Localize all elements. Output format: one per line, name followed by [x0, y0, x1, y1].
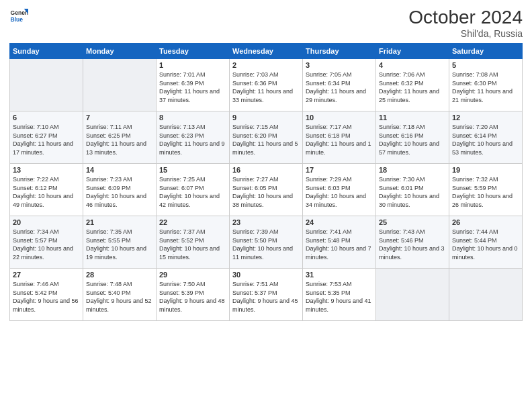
calendar-cell: 20Sunrise: 7:34 AM Sunset: 5:57 PM Dayli… — [10, 216, 83, 269]
day-number: 20 — [13, 218, 80, 226]
calendar-cell: 10Sunrise: 7:17 AM Sunset: 6:18 PM Dayli… — [303, 111, 376, 164]
calendar-cell: 29Sunrise: 7:50 AM Sunset: 5:39 PM Dayli… — [157, 269, 230, 321]
day-info: Sunrise: 7:51 AM Sunset: 5:37 PM Dayligh… — [232, 280, 300, 314]
weekday-header: Monday — [83, 44, 157, 59]
day-number: 3 — [306, 61, 373, 69]
day-info: Sunrise: 7:06 AM Sunset: 6:32 PM Dayligh… — [379, 71, 446, 104]
calendar-week-row: 6Sunrise: 7:10 AM Sunset: 6:27 PM Daylig… — [10, 111, 523, 164]
weekday-header: Thursday — [303, 44, 376, 59]
calendar-cell: 31Sunrise: 7:53 AM Sunset: 5:35 PM Dayli… — [303, 269, 376, 321]
calendar-cell: 17Sunrise: 7:29 AM Sunset: 6:03 PM Dayli… — [303, 164, 376, 216]
calendar-cell: 22Sunrise: 7:37 AM Sunset: 5:52 PM Dayli… — [157, 216, 230, 269]
calendar-cell: 13Sunrise: 7:22 AM Sunset: 6:12 PM Dayli… — [10, 164, 83, 216]
calendar-cell: 19Sunrise: 7:32 AM Sunset: 5:59 PM Dayli… — [449, 164, 523, 216]
calendar-cell — [83, 59, 157, 111]
day-number: 29 — [159, 271, 226, 279]
day-info: Sunrise: 7:10 AM Sunset: 6:27 PM Dayligh… — [13, 123, 80, 156]
day-info: Sunrise: 7:53 AM Sunset: 5:35 PM Dayligh… — [306, 280, 373, 314]
svg-text:Blue: Blue — [11, 16, 24, 23]
day-info: Sunrise: 7:13 AM Sunset: 6:23 PM Dayligh… — [159, 123, 226, 156]
calendar-cell — [449, 269, 523, 321]
day-number: 18 — [379, 166, 446, 174]
day-number: 6 — [13, 113, 80, 122]
day-number: 16 — [232, 166, 300, 174]
calendar-cell: 15Sunrise: 7:25 AM Sunset: 6:07 PM Dayli… — [157, 164, 230, 216]
calendar-header-row: SundayMondayTuesdayWednesdayThursdayFrid… — [10, 44, 523, 59]
day-number: 13 — [13, 166, 80, 174]
calendar-week-row: 13Sunrise: 7:22 AM Sunset: 6:12 PM Dayli… — [10, 164, 523, 216]
day-number: 30 — [232, 271, 300, 279]
day-info: Sunrise: 7:29 AM Sunset: 6:03 PM Dayligh… — [306, 175, 373, 209]
day-info: Sunrise: 7:44 AM Sunset: 5:44 PM Dayligh… — [452, 228, 519, 261]
day-number: 9 — [232, 113, 300, 122]
calendar-week-row: 20Sunrise: 7:34 AM Sunset: 5:57 PM Dayli… — [10, 216, 523, 269]
logo-icon: General Blue — [9, 7, 28, 26]
weekday-header: Sunday — [10, 44, 83, 59]
day-number: 31 — [306, 271, 373, 279]
calendar-week-row: 1Sunrise: 7:01 AM Sunset: 6:39 PM Daylig… — [10, 59, 523, 111]
day-info: Sunrise: 7:34 AM Sunset: 5:57 PM Dayligh… — [13, 228, 80, 261]
calendar-cell: 8Sunrise: 7:13 AM Sunset: 6:23 PM Daylig… — [157, 111, 230, 164]
day-info: Sunrise: 7:35 AM Sunset: 5:55 PM Dayligh… — [86, 228, 153, 261]
day-info: Sunrise: 7:25 AM Sunset: 6:07 PM Dayligh… — [159, 175, 226, 209]
day-number: 1 — [159, 61, 226, 69]
day-info: Sunrise: 7:50 AM Sunset: 5:39 PM Dayligh… — [159, 280, 226, 314]
day-number: 25 — [379, 218, 446, 226]
weekday-header: Friday — [376, 44, 449, 59]
calendar-cell: 30Sunrise: 7:51 AM Sunset: 5:37 PM Dayli… — [230, 269, 303, 321]
day-info: Sunrise: 7:08 AM Sunset: 6:30 PM Dayligh… — [452, 71, 519, 104]
day-number: 11 — [379, 113, 446, 122]
day-info: Sunrise: 7:18 AM Sunset: 6:16 PM Dayligh… — [379, 123, 446, 156]
calendar-cell: 24Sunrise: 7:41 AM Sunset: 5:48 PM Dayli… — [303, 216, 376, 269]
day-info: Sunrise: 7:15 AM Sunset: 6:20 PM Dayligh… — [232, 123, 300, 156]
day-number: 17 — [306, 166, 373, 174]
location-title: Shil'da, Russia — [408, 28, 523, 39]
day-number: 21 — [86, 218, 153, 226]
day-number: 19 — [452, 166, 519, 174]
day-number: 22 — [159, 218, 226, 226]
weekday-header: Wednesday — [230, 44, 303, 59]
day-info: Sunrise: 7:03 AM Sunset: 6:36 PM Dayligh… — [232, 71, 300, 104]
calendar-cell: 28Sunrise: 7:48 AM Sunset: 5:40 PM Dayli… — [83, 269, 157, 321]
day-info: Sunrise: 7:22 AM Sunset: 6:12 PM Dayligh… — [13, 175, 80, 209]
calendar-cell: 21Sunrise: 7:35 AM Sunset: 5:55 PM Dayli… — [83, 216, 157, 269]
title-block: October 2024 Shil'da, Russia — [408, 7, 523, 39]
day-info: Sunrise: 7:43 AM Sunset: 5:46 PM Dayligh… — [379, 228, 446, 261]
month-title: October 2024 — [408, 7, 523, 28]
day-info: Sunrise: 7:01 AM Sunset: 6:39 PM Dayligh… — [159, 71, 226, 104]
day-info: Sunrise: 7:32 AM Sunset: 5:59 PM Dayligh… — [452, 175, 519, 209]
day-number: 8 — [159, 113, 226, 122]
day-number: 23 — [232, 218, 300, 226]
calendar-cell: 9Sunrise: 7:15 AM Sunset: 6:20 PM Daylig… — [230, 111, 303, 164]
page-header: General Blue October 2024 Shil'da, Russi… — [9, 7, 523, 39]
day-info: Sunrise: 7:20 AM Sunset: 6:14 PM Dayligh… — [452, 123, 519, 156]
day-number: 2 — [232, 61, 300, 69]
calendar-cell: 14Sunrise: 7:23 AM Sunset: 6:09 PM Dayli… — [83, 164, 157, 216]
calendar-week-row: 27Sunrise: 7:46 AM Sunset: 5:42 PM Dayli… — [10, 269, 523, 321]
day-info: Sunrise: 7:17 AM Sunset: 6:18 PM Dayligh… — [306, 123, 373, 156]
calendar-cell: 18Sunrise: 7:30 AM Sunset: 6:01 PM Dayli… — [376, 164, 449, 216]
day-info: Sunrise: 7:30 AM Sunset: 6:01 PM Dayligh… — [379, 175, 446, 209]
weekday-header: Tuesday — [157, 44, 230, 59]
day-number: 10 — [306, 113, 373, 122]
day-number: 24 — [306, 218, 373, 226]
calendar-body: 1Sunrise: 7:01 AM Sunset: 6:39 PM Daylig… — [10, 59, 523, 321]
calendar-cell: 2Sunrise: 7:03 AM Sunset: 6:36 PM Daylig… — [230, 59, 303, 111]
day-number: 4 — [379, 61, 446, 69]
calendar-cell: 4Sunrise: 7:06 AM Sunset: 6:32 PM Daylig… — [376, 59, 449, 111]
day-number: 27 — [13, 271, 80, 279]
calendar-cell: 16Sunrise: 7:27 AM Sunset: 6:05 PM Dayli… — [230, 164, 303, 216]
calendar-cell: 11Sunrise: 7:18 AM Sunset: 6:16 PM Dayli… — [376, 111, 449, 164]
calendar-cell: 1Sunrise: 7:01 AM Sunset: 6:39 PM Daylig… — [157, 59, 230, 111]
day-number: 7 — [86, 113, 153, 122]
day-info: Sunrise: 7:37 AM Sunset: 5:52 PM Dayligh… — [159, 228, 226, 261]
day-number: 12 — [452, 113, 519, 122]
day-info: Sunrise: 7:39 AM Sunset: 5:50 PM Dayligh… — [232, 228, 300, 261]
calendar-cell: 7Sunrise: 7:11 AM Sunset: 6:25 PM Daylig… — [83, 111, 157, 164]
svg-text:General: General — [11, 9, 28, 16]
weekday-header: Saturday — [449, 44, 523, 59]
logo: General Blue — [9, 7, 28, 26]
calendar-cell: 27Sunrise: 7:46 AM Sunset: 5:42 PM Dayli… — [10, 269, 83, 321]
day-info: Sunrise: 7:23 AM Sunset: 6:09 PM Dayligh… — [86, 175, 153, 209]
day-info: Sunrise: 7:11 AM Sunset: 6:25 PM Dayligh… — [86, 123, 153, 156]
